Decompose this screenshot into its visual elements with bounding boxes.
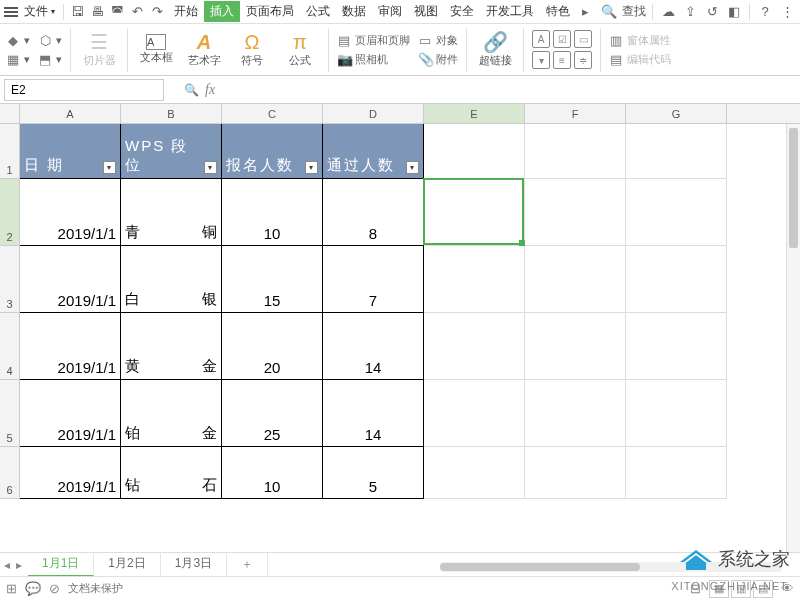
cell-signup[interactable]: 10 — [222, 179, 323, 246]
print-icon[interactable]: 🖶 — [88, 3, 106, 21]
cell-reference-input[interactable] — [11, 83, 157, 97]
cell-pass[interactable]: 7 — [323, 246, 424, 313]
form-props-button[interactable]: ▥窗体属性 — [609, 33, 671, 48]
cell-pass[interactable]: 8 — [323, 179, 424, 246]
control-textfield-icon[interactable]: A — [532, 30, 550, 48]
icons-dropdown[interactable]: ⬡▾ — [38, 33, 62, 48]
empty-cell[interactable] — [626, 246, 727, 313]
filter-icon[interactable] — [204, 161, 217, 174]
empty-cell[interactable] — [424, 380, 525, 447]
sheet-nav-next-icon[interactable]: ▸ — [16, 558, 22, 572]
app-menu-icon[interactable] — [4, 7, 18, 17]
cell-pass[interactable]: 5 — [323, 447, 424, 499]
header-cell[interactable]: 报名人数 — [222, 124, 323, 179]
cell-date[interactable]: 2019/1/1 — [20, 246, 121, 313]
row-header-6[interactable]: 6 — [0, 447, 20, 499]
empty-cell[interactable] — [525, 380, 626, 447]
redo-icon[interactable]: ↷ — [148, 3, 166, 21]
print-preview-icon[interactable]: ◚ — [108, 3, 126, 21]
cell-pass[interactable]: 14 — [323, 380, 424, 447]
cell-rank[interactable]: 黄金 — [121, 313, 222, 380]
control-list-icon[interactable]: ≡ — [553, 51, 571, 69]
save-icon[interactable]: 🖫 — [68, 3, 86, 21]
empty-cell[interactable] — [626, 179, 727, 246]
col-header-E[interactable]: E — [424, 104, 525, 123]
camera-button[interactable]: 📷照相机 — [337, 52, 410, 67]
cancel-formula-icon[interactable]: 🔍 — [184, 83, 199, 97]
sheet-nav-prev-icon[interactable]: ◂ — [4, 558, 10, 572]
attachment-button[interactable]: 📎附件 — [418, 52, 458, 67]
menu-more-icon[interactable]: ⋮ — [778, 3, 796, 21]
empty-cell[interactable] — [626, 313, 727, 380]
empty-cell[interactable] — [525, 313, 626, 380]
object-button[interactable]: ▭对象 — [418, 33, 458, 48]
empty-cell[interactable] — [525, 246, 626, 313]
share-icon[interactable]: ⇪ — [681, 3, 699, 21]
add-sheet-button[interactable]: ＋ — [227, 553, 268, 576]
header-cell[interactable]: 日 期 — [20, 124, 121, 179]
control-button-icon[interactable]: ▭ — [574, 30, 592, 48]
tab-review[interactable]: 审阅 — [372, 1, 408, 22]
fill-dropdown[interactable]: ▦▾ — [6, 52, 30, 67]
tab-data[interactable]: 数据 — [336, 1, 372, 22]
status-menu-icon[interactable]: ⊞ — [6, 581, 17, 596]
symbol-button[interactable]: Ω符号 — [232, 31, 272, 68]
col-header-A[interactable]: A — [20, 104, 121, 123]
empty-cell[interactable] — [424, 447, 525, 499]
tab-insert[interactable]: 插入 — [204, 1, 240, 22]
empty-cell[interactable] — [525, 124, 626, 179]
empty-cell[interactable] — [424, 179, 525, 246]
row-header-3[interactable]: 3 — [0, 246, 20, 313]
filter-icon[interactable] — [305, 161, 318, 174]
empty-cell[interactable] — [626, 124, 727, 179]
formula-input[interactable] — [221, 80, 796, 100]
col-header-G[interactable]: G — [626, 104, 727, 123]
cells-grid[interactable]: 日 期WPS 段位报名人数通过人数2019/1/1青铜1082019/1/1白银… — [20, 124, 727, 499]
textbox-button[interactable]: A文本框 — [136, 34, 176, 65]
row-header-2[interactable]: 2 — [0, 179, 20, 246]
vertical-scrollbar[interactable] — [786, 124, 800, 574]
col-header-B[interactable]: B — [121, 104, 222, 123]
tab-special[interactable]: 特色 — [540, 1, 576, 22]
tab-home[interactable]: 开始 — [168, 1, 204, 22]
row-header-5[interactable]: 5 — [0, 380, 20, 447]
col-header-C[interactable]: C — [222, 104, 323, 123]
name-box[interactable] — [4, 79, 164, 101]
row-header-1[interactable]: 1 — [0, 124, 20, 179]
history-icon[interactable]: ↺ — [703, 3, 721, 21]
empty-cell[interactable] — [424, 246, 525, 313]
sheet-tab[interactable]: 1月2日 — [94, 552, 160, 577]
cell-date[interactable]: 2019/1/1 — [20, 313, 121, 380]
cell-signup[interactable]: 10 — [222, 447, 323, 499]
select-all-corner[interactable] — [0, 104, 20, 123]
status-comment-icon[interactable]: 💬 — [25, 581, 41, 596]
tabs-more-icon[interactable]: ▸ — [576, 3, 594, 21]
sheet-tab[interactable]: 1月3日 — [161, 552, 227, 577]
cell-rank[interactable]: 青铜 — [121, 179, 222, 246]
sheet-tab[interactable]: 1月1日 — [28, 552, 94, 577]
header-cell[interactable]: WPS 段位 — [121, 124, 222, 179]
tab-security[interactable]: 安全 — [444, 1, 480, 22]
form-controls-grid[interactable]: A ☑ ▭ ▾ ≡ ≑ — [532, 30, 592, 69]
fx-icon[interactable]: fx — [205, 82, 215, 98]
cell-signup[interactable]: 15 — [222, 246, 323, 313]
status-protect-icon[interactable]: ⊘ — [49, 581, 60, 596]
shapes-dropdown[interactable]: ◆▾ — [6, 33, 30, 48]
search-icon[interactable]: 🔍 — [600, 3, 618, 21]
search-label[interactable]: 查找 — [622, 3, 646, 20]
cell-rank[interactable]: 铂金 — [121, 380, 222, 447]
control-combo-icon[interactable]: ▾ — [532, 51, 550, 69]
help-icon[interactable]: ? — [756, 3, 774, 21]
sync-icon[interactable]: ☁ — [659, 3, 677, 21]
edit-code-button[interactable]: ▤编辑代码 — [609, 52, 671, 67]
header-cell[interactable]: 通过人数 — [323, 124, 424, 179]
cell-rank[interactable]: 白银 — [121, 246, 222, 313]
empty-cell[interactable] — [525, 447, 626, 499]
empty-cell[interactable] — [424, 124, 525, 179]
control-spinner-icon[interactable]: ≑ — [574, 51, 592, 69]
hyperlink-button[interactable]: 🔗超链接 — [475, 31, 515, 68]
cell-date[interactable]: 2019/1/1 — [20, 179, 121, 246]
skin-icon[interactable]: ◧ — [725, 3, 743, 21]
empty-cell[interactable] — [626, 380, 727, 447]
tab-developer[interactable]: 开发工具 — [480, 1, 540, 22]
